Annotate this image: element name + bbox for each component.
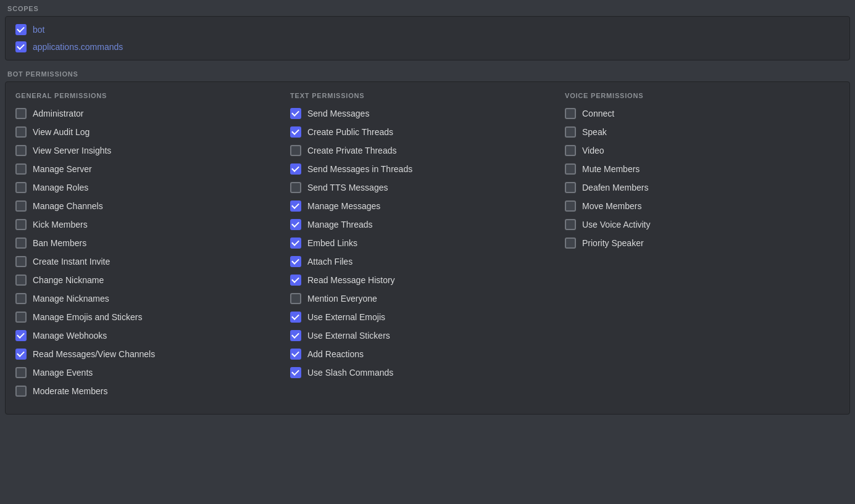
perm-manage-server-checkbox[interactable] [15, 163, 27, 175]
perm-manage-events-label: Manage Events [33, 368, 93, 378]
permissions-box: GENERAL PERMISSIONS Administrator View A… [5, 81, 850, 415]
perm-speak-label: Speak [582, 127, 607, 137]
general-permissions-header: GENERAL PERMISSIONS [15, 92, 290, 99]
perm-administrator-label: Administrator [33, 109, 83, 118]
perm-manage-emojis-stickers-checkbox[interactable] [15, 312, 27, 323]
perm-change-nickname-label: Change Nickname [33, 275, 104, 285]
perm-ban-members-checkbox[interactable] [15, 238, 27, 249]
perm-manage-threads-label: Manage Threads [307, 220, 373, 229]
perm-view-audit-log-checkbox[interactable] [15, 126, 27, 138]
perm-view-audit-log-label: View Audit Log [33, 127, 90, 137]
perm-change-nickname-checkbox[interactable] [15, 275, 27, 286]
scope-bot-checkbox[interactable] [15, 24, 27, 35]
general-permissions-column: GENERAL PERMISSIONS Administrator View A… [15, 92, 290, 404]
scope-applications-commands-checkbox[interactable] [15, 41, 27, 52]
perm-speak-checkbox[interactable] [565, 126, 576, 138]
perm-mention-everyone-checkbox[interactable] [290, 293, 301, 304]
perm-send-messages: Send Messages [290, 108, 565, 119]
voice-permissions-header: VOICE PERMISSIONS [565, 92, 840, 99]
perm-use-external-emojis-label: Use External Emojis [307, 312, 385, 322]
scope-applications-commands-label: applications.commands [33, 42, 123, 52]
perm-administrator-checkbox[interactable] [15, 108, 27, 119]
perm-connect-checkbox[interactable] [565, 108, 576, 119]
perm-manage-webhooks-checkbox[interactable] [15, 330, 27, 341]
perm-use-external-stickers-label: Use External Stickers [307, 331, 390, 341]
perm-manage-messages-label: Manage Messages [307, 201, 380, 211]
perm-priority-speaker: Priority Speaker [565, 238, 840, 249]
perm-video-checkbox[interactable] [565, 145, 576, 156]
perm-mention-everyone: Mention Everyone [290, 293, 565, 304]
scope-bot: bot [15, 24, 840, 35]
perm-manage-channels-checkbox[interactable] [15, 200, 27, 212]
perm-kick-members-checkbox[interactable] [15, 219, 27, 230]
perm-manage-webhooks-label: Manage Webhooks [33, 331, 107, 341]
bot-permissions-section: BOT PERMISSIONS GENERAL PERMISSIONS Admi… [0, 65, 855, 415]
perm-create-public-threads-label: Create Public Threads [307, 127, 393, 137]
perm-move-members-checkbox[interactable] [565, 200, 576, 212]
perm-embed-links-checkbox[interactable] [290, 238, 301, 249]
perm-manage-roles: Manage Roles [15, 182, 290, 193]
perm-send-tts-messages-checkbox[interactable] [290, 182, 301, 193]
perm-read-message-history-label: Read Message History [307, 275, 395, 285]
perm-deafen-members: Deafen Members [565, 182, 840, 193]
perm-move-members-label: Move Members [582, 201, 641, 211]
scope-applications-commands: applications.commands [15, 41, 840, 52]
perm-create-private-threads-label: Create Private Threads [307, 146, 396, 155]
perm-mute-members-checkbox[interactable] [565, 163, 576, 175]
perm-read-messages-view-channels-checkbox[interactable] [15, 349, 27, 360]
scopes-box: bot applications.commands [5, 16, 850, 60]
perm-connect: Connect [565, 108, 840, 119]
perm-send-tts-messages: Send TTS Messages [290, 182, 565, 193]
perm-add-reactions-checkbox[interactable] [290, 349, 301, 360]
perm-manage-threads-checkbox[interactable] [290, 219, 301, 230]
perm-manage-webhooks: Manage Webhooks [15, 330, 290, 341]
perm-manage-nicknames: Manage Nicknames [15, 293, 290, 304]
perm-create-private-threads: Create Private Threads [290, 145, 565, 156]
scope-bot-label: bot [33, 25, 44, 35]
perm-use-voice-activity-label: Use Voice Activity [582, 220, 651, 229]
perm-deafen-members-label: Deafen Members [582, 183, 648, 192]
perm-embed-links: Embed Links [290, 238, 565, 249]
perm-use-voice-activity: Use Voice Activity [565, 219, 840, 230]
perm-use-external-emojis-checkbox[interactable] [290, 312, 301, 323]
perm-administrator: Administrator [15, 108, 290, 119]
perm-manage-events: Manage Events [15, 367, 290, 378]
perm-use-slash-commands-checkbox[interactable] [290, 367, 301, 378]
scopes-section: SCOPES bot applications.commands [0, 0, 855, 60]
perm-deafen-members-checkbox[interactable] [565, 182, 576, 193]
permissions-grid: GENERAL PERMISSIONS Administrator View A… [15, 92, 840, 404]
perm-add-reactions: Add Reactions [290, 349, 565, 360]
perm-ban-members-label: Ban Members [33, 238, 86, 248]
perm-read-messages-view-channels: Read Messages/View Channels [15, 349, 290, 360]
perm-send-messages-in-threads-checkbox[interactable] [290, 163, 301, 175]
perm-ban-members: Ban Members [15, 238, 290, 249]
text-permissions-header: TEXT PERMISSIONS [290, 92, 565, 99]
perm-create-public-threads-checkbox[interactable] [290, 126, 301, 138]
perm-send-messages-checkbox[interactable] [290, 108, 301, 119]
perm-read-message-history-checkbox[interactable] [290, 275, 301, 286]
perm-manage-channels: Manage Channels [15, 200, 290, 212]
perm-use-voice-activity-checkbox[interactable] [565, 219, 576, 230]
perm-attach-files-checkbox[interactable] [290, 256, 301, 267]
perm-manage-messages: Manage Messages [290, 200, 565, 212]
perm-video: Video [565, 145, 840, 156]
perm-connect-label: Connect [582, 109, 614, 118]
perm-manage-messages-checkbox[interactable] [290, 200, 301, 212]
perm-create-instant-invite-checkbox[interactable] [15, 256, 27, 267]
perm-manage-nicknames-checkbox[interactable] [15, 293, 27, 304]
perm-use-external-stickers-checkbox[interactable] [290, 330, 301, 341]
perm-priority-speaker-checkbox[interactable] [565, 238, 576, 249]
perm-use-slash-commands-label: Use Slash Commands [307, 368, 393, 378]
perm-moderate-members: Moderate Members [15, 386, 290, 397]
perm-read-messages-view-channels-label: Read Messages/View Channels [33, 349, 155, 359]
perm-manage-events-checkbox[interactable] [15, 367, 27, 378]
perm-moderate-members-checkbox[interactable] [15, 386, 27, 397]
perm-manage-roles-checkbox[interactable] [15, 182, 27, 193]
perm-view-server-insights: View Server Insights [15, 145, 290, 156]
perm-create-private-threads-checkbox[interactable] [290, 145, 301, 156]
perm-video-label: Video [582, 146, 604, 155]
perm-view-server-insights-checkbox[interactable] [15, 145, 27, 156]
perm-manage-nicknames-label: Manage Nicknames [33, 294, 109, 304]
perm-mute-members: Mute Members [565, 163, 840, 175]
perm-manage-emojis-stickers-label: Manage Emojis and Stickers [33, 312, 142, 322]
